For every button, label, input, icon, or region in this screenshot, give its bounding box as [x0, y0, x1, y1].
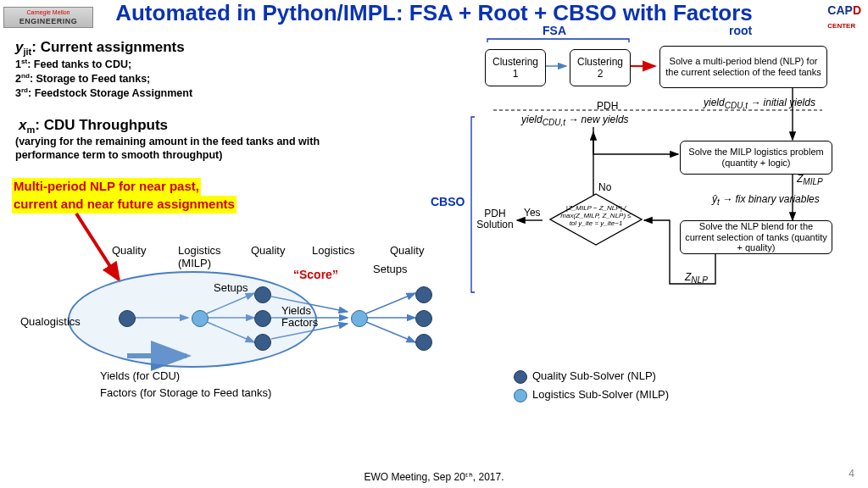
- root-nlp-box: Solve a multi-period blend (NLP) for the…: [659, 46, 827, 88]
- logistics-node-2: [351, 310, 368, 327]
- root-label: root: [729, 24, 752, 37]
- yield-new: yieldCDU,t → new yields: [521, 114, 629, 127]
- quality-node-3a: [415, 286, 432, 303]
- logistics-lbl: Logistics(MILP): [178, 244, 221, 269]
- slide-title: Automated in Python/IMPL: FSA + Root + C…: [0, 0, 868, 26]
- clustering-1-box: Clustering 1: [485, 49, 546, 86]
- nlp-box: Solve the NLP blend for the current sele…: [680, 220, 832, 254]
- yjit-lines: 1st: Feed tanks to CDU; 2nd: Storage to …: [15, 58, 192, 101]
- quality-node-2b: [254, 310, 271, 327]
- cbso-label: CBSO: [431, 195, 465, 208]
- xm-desc: (varying for the remaining amount in the…: [15, 135, 320, 163]
- quality3-lbl: Quality: [390, 244, 424, 257]
- yields-factors-lbl: YieldsFactors: [281, 305, 318, 330]
- pdh-solution: PDH Solution: [475, 208, 515, 230]
- zmilp: ZMILP: [797, 173, 823, 186]
- yields-cdu-lbl: Yields (for CDU): [100, 369, 180, 382]
- fsa-label: FSA: [542, 24, 566, 37]
- footer: EWO Meeting, Sep 20ᵗʰ, 2017.: [0, 471, 868, 483]
- decision-diamond: |Z_MILP − Z_NLP| / max(Z_MILP, Z_NLP) ≤ …: [549, 193, 643, 246]
- legend-logistics: Logistics Sub-Solver (MILP): [514, 388, 669, 402]
- znlp: ZNLP: [685, 271, 708, 285]
- xm-heading: xm: CDU Throughputs: [19, 117, 168, 135]
- quality-node-3c: [415, 334, 432, 351]
- quality-node-2a: [254, 286, 271, 303]
- qualogistics-lbl: Qualogistics: [20, 315, 81, 328]
- quality-node-2c: [254, 334, 271, 351]
- yjit-heading: yjit: Current assignments: [15, 39, 185, 57]
- pdh-label: PDH: [597, 100, 618, 112]
- no-label: No: [598, 181, 611, 193]
- clustering-2-box: Clustering 2: [570, 49, 631, 86]
- logistics2-lbl: Logistics: [312, 244, 355, 257]
- setups-lbl: Setups: [214, 281, 248, 294]
- ybar: ŷt → fix binary variables: [712, 193, 820, 207]
- capd-logo: CAPD CENTER: [827, 3, 861, 30]
- milp-box: Solve the MILP logistics problem (quanti…: [680, 141, 832, 175]
- yield-init: yieldCDU,t → initial yields: [704, 97, 815, 110]
- quality-node-3b: [415, 310, 432, 327]
- logistics-node-1: [192, 310, 209, 327]
- highlight-box: Multi-period NLP for near past, current …: [12, 178, 236, 214]
- quality-node-1: [119, 310, 136, 327]
- setups2-lbl: Setups: [373, 263, 407, 275]
- legend-quality: Quality Sub-Solver (NLP): [514, 369, 656, 384]
- score-lbl: “Score”: [293, 268, 338, 281]
- quality2-lbl: Quality: [251, 244, 285, 257]
- factors-storage-lbl: Factors (for Storage to Feed tanks): [100, 386, 271, 399]
- page-number: 4: [849, 468, 854, 480]
- yes-label: Yes: [524, 207, 541, 219]
- quality-lbl: Quality: [112, 244, 146, 257]
